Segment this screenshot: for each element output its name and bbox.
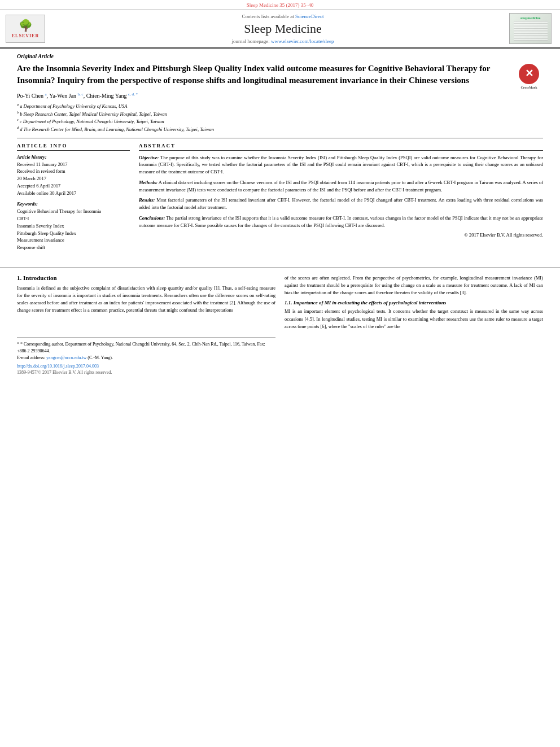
issn-text: 1389-9457/© 2017 Elsevier B.V. All right… bbox=[17, 370, 275, 375]
thumb-lines bbox=[514, 21, 548, 41]
crossmark-label: CrossMark bbox=[520, 85, 537, 90]
body-right-column: of the scores are often neglected. From … bbox=[285, 274, 543, 375]
subsection-name: Importance of MI in evaluating the effec… bbox=[294, 300, 447, 305]
subsection-title: 1.1. Importance of MI in evaluating the … bbox=[285, 300, 543, 305]
contents-label: Contents lists available at bbox=[242, 14, 294, 19]
right-paragraph-1: of the scores are often neglected. From … bbox=[285, 274, 543, 297]
contents-available: Contents lists available at ScienceDirec… bbox=[62, 14, 504, 19]
section-name: Introduction bbox=[23, 274, 57, 281]
conclusions-text: The partial strong invariance of the ISI… bbox=[139, 215, 543, 228]
affiliation-d: d d The Research Center for Mind, Brain,… bbox=[17, 125, 543, 133]
abstract-title: ABSTRACT bbox=[139, 143, 543, 151]
introduction-title: 1. Introduction bbox=[17, 274, 275, 281]
methods-label: Methods: bbox=[139, 180, 158, 185]
affiliations: a a Department of Psychology University … bbox=[17, 102, 543, 133]
email-note: (C.-M. Yang). bbox=[88, 355, 113, 360]
history-content: Received 11 January 2017 Received in rev… bbox=[17, 161, 130, 197]
crossmark-circle: ✕ bbox=[519, 64, 539, 84]
elsevier-name-text: ELSEVIER bbox=[12, 33, 39, 38]
thumb-title: sleepmedicine bbox=[520, 16, 541, 20]
objective-text: The purpose of this study was to examine… bbox=[139, 155, 543, 175]
history-line-2: 20 March 2017 bbox=[17, 176, 46, 181]
elsevier-logo: 🌳 ELSEVIER bbox=[6, 15, 56, 43]
article-info-panel: ARTICLE INFO Article history: Received 1… bbox=[17, 143, 130, 256]
crossmark-icon: ✕ bbox=[525, 67, 533, 81]
section-divider bbox=[0, 267, 560, 268]
history-line-3: Accepted 6 April 2017 bbox=[17, 183, 60, 189]
body-content: 1. Introduction Insomnia is defined as t… bbox=[0, 274, 560, 375]
introduction-body: Insomnia is defined as the subjective co… bbox=[17, 285, 275, 314]
history-label: Article history: bbox=[17, 154, 130, 160]
email-footnote: E-mail address: yangcm@nccu.edu.tw (C.-M… bbox=[17, 355, 275, 361]
objective-label: Objective: bbox=[139, 155, 159, 160]
paper-title-text: Are the Insomnia Severity Index and Pitt… bbox=[17, 64, 490, 85]
abstract-conclusions: Conclusions: The partial strong invarian… bbox=[139, 215, 543, 229]
methods-text: A clinical data set including scores on … bbox=[139, 180, 543, 193]
section-number: 1. bbox=[17, 274, 21, 281]
right-para-2-text: MI is an important element of psychologi… bbox=[285, 308, 543, 330]
keywords-section: Keywords: Cognitive Behavioral Therapy f… bbox=[17, 201, 130, 251]
history-line-4: Available online 30 April 2017 bbox=[17, 190, 76, 196]
keywords-label: Keywords: bbox=[17, 201, 130, 207]
email-label: E-mail address: bbox=[17, 355, 45, 360]
journal-header: 🌳 ELSEVIER Contents lists available at S… bbox=[0, 10, 560, 49]
doi-url[interactable]: http://dx.doi.org/10.1016/j.sleep.2017.0… bbox=[17, 364, 99, 369]
subsection-number: 1.1. bbox=[285, 300, 292, 305]
journal-name: Sleep Medicine bbox=[62, 21, 504, 36]
keyword-2: Insomnia Severity Index bbox=[17, 222, 130, 230]
footnote-text: * Corresponding author. Department of Ps… bbox=[17, 342, 265, 353]
authors-text: Po-Yi Chen a, Ya-Wen Jan b, c, Chien-Min… bbox=[17, 93, 138, 99]
history-line-1: Received in revised form bbox=[17, 168, 65, 174]
journal-thumb-image: sleepmedicine bbox=[509, 13, 552, 44]
sciencedirect-link[interactable]: ScienceDirect bbox=[295, 14, 323, 19]
body-left-column: 1. Introduction Insomnia is defined as t… bbox=[17, 274, 275, 375]
journal-center: Contents lists available at ScienceDirec… bbox=[56, 14, 509, 44]
homepage-label: journal homepage: bbox=[232, 38, 270, 44]
right-para-1-text: of the scores are often neglected. From … bbox=[285, 274, 543, 297]
journal-citation-bar: Sleep Medicine 35 (2017) 35–40 bbox=[0, 0, 560, 10]
intro-paragraph-1: Insomnia is defined as the subjective co… bbox=[17, 285, 275, 314]
keyword-5: Response shift bbox=[17, 244, 130, 251]
abstract-objective: Objective: The purpose of this study was… bbox=[139, 154, 543, 176]
abstract-methods: Methods: A clinical data set including s… bbox=[139, 179, 543, 194]
abstract-results: Results: Most factorial parameters of th… bbox=[139, 196, 543, 211]
article-history: Article history: Received 11 January 201… bbox=[17, 154, 130, 197]
footnotes-section: * * Corresponding author. Department of … bbox=[17, 337, 275, 375]
abstract-copyright: © 2017 Elsevier B.V. All rights reserved… bbox=[139, 232, 543, 238]
conclusions-label: Conclusions: bbox=[139, 215, 165, 221]
keyword-3: Pittsburgh Sleep Quality Index bbox=[17, 230, 130, 237]
crossmark-badge: ✕ CrossMark bbox=[515, 63, 543, 91]
article-type: Original Article bbox=[17, 53, 543, 59]
keyword-4: Measurement invariance bbox=[17, 237, 130, 244]
right-paragraph-2: MI is an important element of psychologi… bbox=[285, 308, 543, 330]
email-link[interactable]: yangcm@nccu.edu.tw bbox=[46, 355, 86, 360]
keyword-0: Cognitive Behavioral Therapy for Insomni… bbox=[17, 208, 130, 215]
paper-content: Original Article Are the Insomnia Severi… bbox=[0, 49, 560, 260]
journal-homepage: journal homepage: www.elsevier.com/locat… bbox=[62, 38, 504, 44]
authors-line: Po-Yi Chen a, Ya-Wen Jan b, c, Chien-Min… bbox=[17, 92, 543, 99]
doi-link[interactable]: http://dx.doi.org/10.1016/j.sleep.2017.0… bbox=[17, 364, 275, 369]
abstract-panel: ABSTRACT Objective: The purpose of this … bbox=[139, 143, 543, 256]
affiliation-c: c c Department of Psychology, National C… bbox=[17, 117, 543, 125]
corresponding-author-footnote: * * Corresponding author. Department of … bbox=[17, 341, 275, 355]
keyword-1: CBT-I bbox=[17, 215, 130, 222]
affiliation-b: b b Sleep Research Center, Taipei Medica… bbox=[17, 110, 543, 118]
results-text: Most factorial parameters of the ISI rem… bbox=[139, 197, 543, 210]
elsevier-logo-image: 🌳 ELSEVIER bbox=[6, 15, 45, 43]
info-abstract-section: ARTICLE INFO Article history: Received 1… bbox=[17, 138, 543, 256]
results-label: Results: bbox=[139, 197, 155, 203]
keywords-content: Cognitive Behavioral Therapy for Insomni… bbox=[17, 208, 130, 251]
elsevier-tree-icon: 🌳 bbox=[19, 19, 33, 32]
journal-citation: Sleep Medicine 35 (2017) 35–40 bbox=[247, 2, 313, 8]
history-line-0: Received 11 January 2017 bbox=[17, 161, 68, 167]
homepage-link[interactable]: www.elsevier.com/locate/sleep bbox=[271, 38, 334, 44]
article-info-title: ARTICLE INFO bbox=[17, 143, 130, 151]
abstract-text: Objective: The purpose of this study was… bbox=[139, 154, 543, 229]
affiliation-a: a a Department of Psychology University … bbox=[17, 102, 543, 110]
journal-thumbnail: sleepmedicine bbox=[509, 13, 554, 44]
paper-title: Are the Insomnia Severity Index and Pitt… bbox=[17, 63, 543, 86]
